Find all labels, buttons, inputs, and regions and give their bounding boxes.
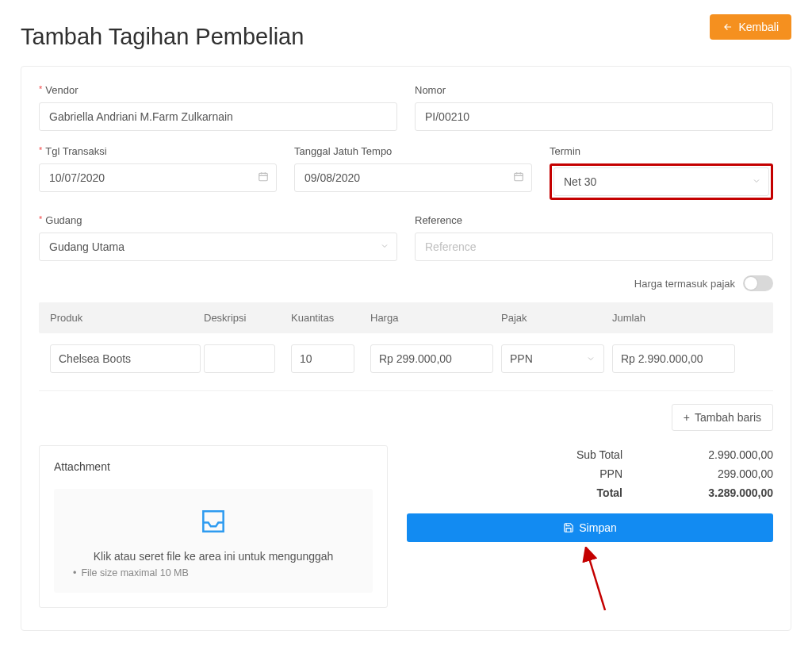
row-jumlah-input[interactable]: Rp 2.990.000,00	[612, 344, 735, 373]
row-harga-input[interactable]: Rp 299.000,00	[370, 344, 493, 373]
add-row-button[interactable]: + Tambah baris	[672, 404, 773, 431]
jatuh-tempo-input[interactable]	[294, 163, 532, 192]
th-kuantitas: Kuantitas	[291, 312, 370, 324]
inbox-icon	[196, 506, 231, 536]
termin-select[interactable]	[553, 167, 769, 196]
th-jumlah: Jumlah	[612, 312, 767, 324]
ppn-label: PPN	[543, 467, 622, 480]
reference-input[interactable]	[415, 233, 773, 261]
add-row-label: Tambah baris	[695, 411, 761, 424]
th-deskripsi: Deskripsi	[204, 312, 291, 324]
vendor-label: Vendor	[39, 84, 397, 96]
nomor-label: Nomor	[415, 84, 773, 96]
subtotal-label: Sub Total	[543, 448, 622, 461]
gudang-select[interactable]	[39, 233, 397, 261]
svg-line-2	[588, 553, 605, 610]
th-harga: Harga	[370, 312, 501, 324]
gudang-label: Gudang	[39, 214, 397, 226]
nomor-input[interactable]	[415, 102, 773, 131]
tax-toggle-label: Harga termasuk pajak	[634, 278, 735, 290]
save-icon	[563, 522, 574, 533]
row-produk-input[interactable]: Chelsea Boots	[50, 344, 201, 373]
row-kuantitas-input[interactable]: 10	[291, 344, 354, 373]
total-value: 3.289.000,00	[670, 486, 773, 499]
jatuh-tempo-label: Tanggal Jatuh Tempo	[294, 145, 532, 157]
ppn-value: 299.000,00	[670, 467, 773, 480]
reference-label: Reference	[415, 214, 773, 226]
total-label: Total	[543, 486, 622, 499]
tgl-transaksi-label: Tgl Transaksi	[39, 145, 277, 157]
tax-toggle[interactable]	[743, 275, 773, 291]
subtotal-value: 2.990.000,00	[670, 448, 773, 461]
th-pajak: Pajak	[501, 312, 612, 324]
save-button-label: Simpan	[579, 521, 616, 534]
line-items-table: Produk Deskripsi Kuantitas Harga Pajak J…	[39, 302, 773, 391]
attachment-panel: Attachment Klik atau seret file ke area …	[39, 445, 388, 608]
save-button[interactable]: Simpan	[407, 513, 773, 542]
termin-highlight	[550, 163, 773, 200]
row-pajak-select[interactable]: PPN	[501, 344, 604, 373]
termin-label: Termin	[550, 145, 773, 157]
arrow-left-icon	[722, 21, 733, 33]
vendor-input[interactable]	[39, 102, 397, 131]
tgl-transaksi-input[interactable]	[39, 163, 277, 192]
form-card: Vendor Nomor Tgl Transaksi Tanggal Jatuh	[21, 66, 791, 631]
plus-icon: +	[684, 411, 690, 424]
drop-zone-hint: File size maximal 10 MB	[68, 567, 358, 579]
th-produk: Produk	[45, 312, 204, 324]
back-button[interactable]: Kembali	[710, 14, 791, 40]
row-deskripsi-input[interactable]	[204, 344, 275, 373]
file-drop-zone[interactable]: Klik atau seret file ke area ini untuk m…	[54, 489, 373, 593]
table-row: Chelsea Boots 10 Rp 299.000,00 PPN Rp 2.…	[39, 333, 773, 391]
chevron-down-icon	[586, 354, 596, 363]
drop-zone-text: Klik atau seret file ke area ini untuk m…	[68, 550, 358, 563]
attachment-title: Attachment	[54, 460, 373, 473]
page-title: Tambah Tagihan Pembelian	[21, 24, 304, 50]
back-button-label: Kembali	[738, 21, 779, 33]
